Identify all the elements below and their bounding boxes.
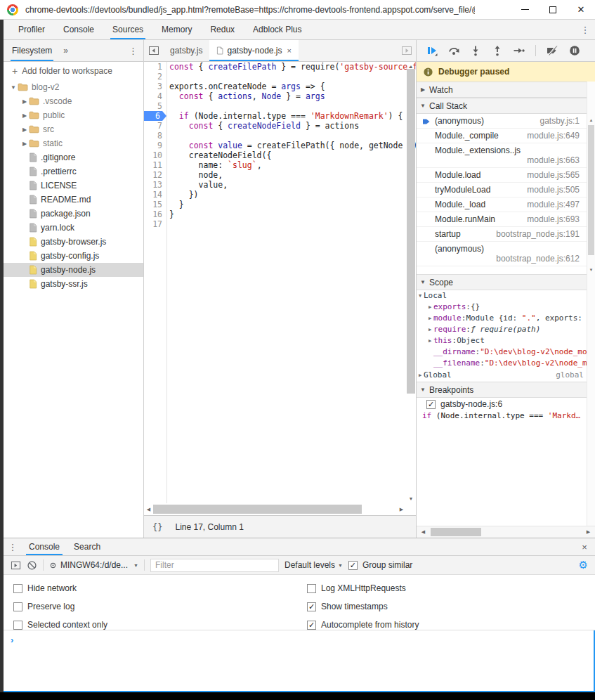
chevron-right-icon[interactable]: ▶ bbox=[426, 324, 433, 335]
chevron-down-icon[interactable]: ▼ bbox=[9, 84, 18, 91]
step-icon[interactable] bbox=[514, 45, 525, 56]
devtools-menu-icon[interactable]: ⋮ bbox=[575, 20, 595, 39]
tree-item-package.json[interactable]: package.json bbox=[4, 207, 143, 221]
scope-variable[interactable]: ▶this: Object bbox=[417, 335, 587, 346]
line-number[interactable]: 15 bbox=[144, 200, 166, 209]
chevron-right-icon[interactable]: ▶ bbox=[426, 335, 433, 346]
code-line[interactable]: 9 const value = createFilePath({ node, g… bbox=[144, 141, 416, 150]
tree-item-gatsby-ssr.js[interactable]: gatsby-ssr.js bbox=[4, 277, 143, 291]
line-number[interactable]: 12 bbox=[144, 170, 166, 180]
drawer-tab-console[interactable]: Console bbox=[22, 538, 67, 555]
scrollbar-thumb[interactable] bbox=[588, 125, 594, 255]
scope-group-local[interactable]: ▼Local bbox=[417, 290, 587, 302]
breakpoint-entry[interactable]: ✓gatsby-node.js:6 bbox=[417, 398, 587, 410]
checkbox-icon[interactable] bbox=[13, 602, 22, 611]
drawer-menu-icon[interactable]: ⋮ bbox=[4, 538, 22, 555]
code-line[interactable]: 13 value, bbox=[144, 180, 416, 190]
code-line[interactable]: 2 bbox=[144, 72, 416, 82]
pause-on-exceptions-icon[interactable] bbox=[569, 45, 580, 56]
tree-item-blog-v2[interactable]: ▼blog-v2 bbox=[4, 80, 143, 94]
console-settings-gear-icon[interactable]: ⚙ bbox=[579, 559, 588, 571]
code-line[interactable]: 7 const { createNodeField } = actions bbox=[144, 121, 416, 131]
call-stack-frame[interactable]: Module._loadmodule.js:497 bbox=[417, 197, 587, 212]
call-stack-frame[interactable]: Module._compilemodule.js:649 bbox=[417, 129, 587, 143]
code-line[interactable]: 16} bbox=[144, 209, 416, 219]
code-line[interactable]: 10 createNodeField({ bbox=[144, 150, 416, 160]
console-sidebar-icon[interactable] bbox=[11, 560, 21, 571]
line-number[interactable]: 14 bbox=[144, 190, 166, 200]
close-tab-icon[interactable]: × bbox=[287, 46, 292, 55]
main-tab-adblock-plus[interactable]: Adblock Plus bbox=[244, 20, 310, 39]
code-line[interactable]: 14 }) bbox=[144, 190, 416, 200]
debugger-vertical-scrollbar[interactable]: ▲ ▼ bbox=[587, 82, 595, 526]
editor-tab-gatsby.js[interactable]: gatsby.js bbox=[163, 40, 209, 61]
scrollbar-thumb[interactable] bbox=[153, 505, 362, 514]
code-editor[interactable]: 1const { createFilePath } = require('gat… bbox=[144, 62, 416, 515]
checkbox-icon[interactable]: ✓ bbox=[307, 621, 316, 630]
tree-item-dot-vscode[interactable]: ▶.vscode bbox=[4, 94, 143, 108]
line-number[interactable]: 9 bbox=[144, 141, 166, 150]
scroll-right-icon[interactable]: ▶ bbox=[397, 503, 406, 515]
group-similar-checkbox[interactable]: ✓Group similar bbox=[348, 560, 412, 570]
tree-item-LICENSE[interactable]: LICENSE bbox=[4, 179, 143, 193]
pretty-print-icon[interactable]: {} bbox=[152, 522, 162, 532]
code-line[interactable]: 6 if (Node.internal.type === 'MarkdownRe… bbox=[144, 111, 416, 121]
editor-vertical-scrollbar[interactable]: ▲ ▼ bbox=[406, 62, 416, 503]
console-prompt[interactable]: › bbox=[4, 630, 595, 692]
chevron-right-icon[interactable]: ▶ bbox=[20, 127, 29, 133]
tree-item-README.md[interactable]: README.md bbox=[4, 193, 143, 207]
tree-item-static[interactable]: ▶static bbox=[4, 136, 143, 150]
maximize-button[interactable] bbox=[539, 0, 567, 19]
call-stack-frame[interactable]: startupbootstrap_node.js:191 bbox=[417, 227, 587, 242]
code-line[interactable]: 15 } bbox=[144, 200, 416, 209]
scrollbar-thumb[interactable] bbox=[407, 69, 415, 394]
scroll-up-icon[interactable]: ▲ bbox=[587, 116, 595, 124]
checkbox-icon[interactable]: ✓ bbox=[426, 400, 436, 409]
navigator-menu-icon[interactable]: ⋮ bbox=[129, 46, 138, 56]
code-line[interactable]: 12 node, bbox=[144, 170, 416, 180]
filter-input[interactable] bbox=[150, 559, 279, 572]
main-tab-memory[interactable]: Memory bbox=[152, 20, 201, 39]
scope-variable[interactable]: ▶module: Module {id: ".", exports: bbox=[417, 313, 587, 324]
tab-filesystem[interactable]: Filesystem bbox=[8, 40, 56, 61]
clear-console-icon[interactable] bbox=[27, 560, 37, 571]
tree-item-gatsby-browser.js[interactable]: gatsby-browser.js bbox=[4, 235, 143, 249]
call-stack-frame[interactable]: (anonymous)gatsby.js:1 bbox=[417, 114, 587, 129]
chevron-right-icon[interactable]: ▶ bbox=[20, 98, 29, 105]
main-tab-redux[interactable]: Redux bbox=[201, 20, 244, 39]
setting-log-xmlhttprequests[interactable]: Log XMLHttpRequests bbox=[307, 579, 419, 597]
chevron-right-icon[interactable]: ▶ bbox=[426, 302, 433, 313]
line-number[interactable]: 11 bbox=[144, 160, 166, 170]
tree-item-yarn.lock[interactable]: yarn.lock bbox=[4, 221, 143, 235]
line-number[interactable]: 2 bbox=[144, 72, 166, 82]
checkbox-icon[interactable] bbox=[307, 584, 316, 593]
show-debugger-icon[interactable] bbox=[397, 40, 416, 61]
tree-item-gatsby-config.js[interactable]: gatsby-config.js bbox=[4, 249, 143, 263]
setting-preserve-log[interactable]: Preserve log bbox=[13, 597, 107, 616]
close-button[interactable]: ✕ bbox=[567, 0, 595, 19]
checkbox-icon[interactable] bbox=[13, 621, 22, 630]
scope-variable[interactable]: __dirname: "D:\dev\blog-v2\node_mo bbox=[417, 346, 587, 358]
breakpoint-badge[interactable]: 6 bbox=[144, 111, 166, 121]
code-line[interactable]: 1const { createFilePath } = require('gat… bbox=[144, 62, 416, 72]
section-watch[interactable]: ▶ Watch bbox=[417, 82, 595, 98]
scope-variable[interactable]: ▶require: ƒ require(path) bbox=[417, 324, 587, 335]
scroll-left-icon[interactable]: ◀ bbox=[144, 503, 153, 515]
code-line[interactable]: 4 const { actions, Node } = args bbox=[144, 91, 416, 101]
line-number[interactable]: 1 bbox=[144, 62, 166, 72]
line-number[interactable]: 10 bbox=[144, 150, 166, 160]
checkbox-icon[interactable]: ✓ bbox=[348, 561, 358, 570]
editor-horizontal-scrollbar[interactable]: ◀ ▶ bbox=[144, 503, 406, 515]
tree-item-src[interactable]: ▶src bbox=[4, 122, 143, 136]
drawer-close-icon[interactable]: × bbox=[574, 538, 595, 555]
line-number[interactable]: 16 bbox=[144, 209, 166, 219]
breakpoint-checkbox[interactable]: ✓ bbox=[426, 400, 436, 409]
line-number[interactable]: 7 bbox=[144, 121, 166, 131]
debugger-horizontal-scrollbar[interactable]: ◀ ▶ bbox=[417, 526, 595, 538]
checkbox-icon[interactable] bbox=[13, 584, 22, 593]
step-into-icon[interactable] bbox=[470, 45, 481, 56]
line-number[interactable]: 8 bbox=[144, 131, 166, 141]
call-stack-frame[interactable]: (anonymous)bootstrap_node.js:612 bbox=[417, 242, 587, 266]
more-tabs-icon[interactable]: » bbox=[63, 46, 68, 56]
step-out-icon[interactable] bbox=[492, 45, 503, 56]
